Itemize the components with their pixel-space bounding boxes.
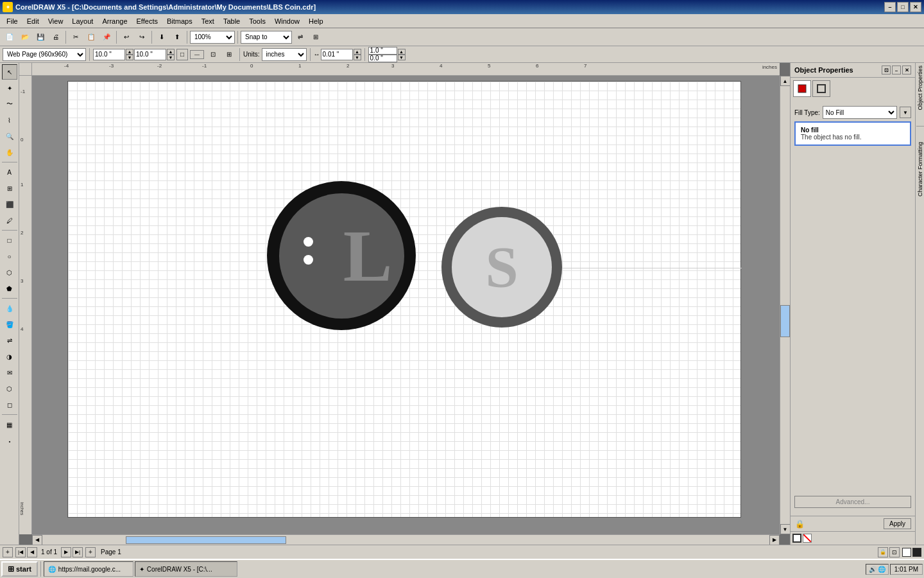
menu-effects[interactable]: Effects xyxy=(133,16,162,26)
menu-layout[interactable]: Layout xyxy=(68,16,97,26)
taskbar-item-coreldraw[interactable]: ✦ CorelDRAW X5 - [C:\... xyxy=(135,561,237,577)
paintbucket-tool[interactable]: 🪣 xyxy=(2,317,17,332)
close-button[interactable]: ✕ xyxy=(910,2,921,12)
basic-shapes-tool[interactable]: ⬟ xyxy=(2,281,17,296)
polygon-tool[interactable]: ⬡ xyxy=(2,265,17,280)
export-button[interactable]: ⬆ xyxy=(170,30,184,44)
scrollbar-v-thumb[interactable] xyxy=(780,305,790,337)
canvas-page[interactable]: L S xyxy=(67,81,741,518)
canvas-white[interactable]: L S xyxy=(32,76,780,534)
menu-bitmaps[interactable]: Bitmaps xyxy=(163,16,196,26)
dim-up[interactable]: ▲ xyxy=(398,49,406,55)
zoom-lock-btn[interactable]: 🔒 xyxy=(878,547,888,557)
side-tab-obj-props[interactable]: Object Properties xyxy=(917,66,923,110)
height-input[interactable] xyxy=(134,49,166,60)
scroll-right-btn[interactable]: ▶ xyxy=(769,535,780,545)
save-button[interactable]: 💾 xyxy=(33,30,47,44)
copy-button[interactable]: 📋 xyxy=(84,30,98,44)
nudge-input[interactable] xyxy=(321,49,353,60)
smartdraw-tool[interactable]: ⌇ xyxy=(2,112,17,128)
units-select[interactable]: inches cm mm xyxy=(262,48,307,61)
menu-file[interactable]: File xyxy=(3,16,22,26)
menu-edit[interactable]: Edit xyxy=(23,16,43,26)
snap-select[interactable]: Snap to xyxy=(241,31,292,44)
menu-view[interactable]: View xyxy=(44,16,67,26)
snap-btn1[interactable]: ⇌ xyxy=(293,30,307,44)
dim-down[interactable]: ▼ xyxy=(398,55,406,60)
apply-button[interactable]: Apply xyxy=(884,518,911,529)
width-input[interactable] xyxy=(93,49,125,60)
scroll-up-btn[interactable]: ▲ xyxy=(780,76,791,86)
page-controls[interactable]: |◀ ◀ 1 of 1 ▶ ▶| xyxy=(15,547,83,557)
envelope-tool[interactable]: ✉ xyxy=(2,365,17,380)
fill-options-btn[interactable]: ▼ xyxy=(900,107,911,118)
redo-button[interactable]: ↪ xyxy=(135,30,149,44)
width-down[interactable]: ▼ xyxy=(126,55,133,60)
menu-text[interactable]: Text xyxy=(198,16,218,26)
stroke-indicator[interactable] xyxy=(912,548,921,557)
fill-tab[interactable] xyxy=(793,80,811,97)
page-size-select[interactable]: Web Page (960x960) xyxy=(3,48,86,61)
rectangle-tool[interactable]: □ xyxy=(2,232,17,248)
scroll-left-btn[interactable]: ◀ xyxy=(32,535,42,545)
panel-pin-button[interactable]: ⊡ xyxy=(882,66,891,74)
taskbar-item-browser[interactable]: 🌐 https://mail.google.c... xyxy=(44,561,133,577)
maximize-button[interactable]: □ xyxy=(897,2,909,12)
height-down[interactable]: ▼ xyxy=(167,55,175,60)
open-button[interactable]: 📂 xyxy=(18,30,32,44)
dimension-tool[interactable]: ⬛ xyxy=(2,197,17,212)
prev-page-btn[interactable]: ◀ xyxy=(27,547,37,557)
shadow-tool[interactable]: ◑ xyxy=(2,349,17,364)
zoom-indicator[interactable]: 🔒 ⊡ xyxy=(878,547,900,557)
fill-indicator[interactable] xyxy=(902,548,911,557)
print-button[interactable]: 🖨 xyxy=(49,30,63,44)
new-button[interactable]: 📄 xyxy=(3,30,17,44)
blend-tool[interactable]: ⇌ xyxy=(2,333,17,348)
lock-icon[interactable]: 🔒 xyxy=(794,519,805,529)
fill-type-select[interactable]: No Fill Solid Linear Gradient xyxy=(823,106,897,119)
coin-dark[interactable]: L xyxy=(267,181,416,330)
import-button[interactable]: ⬇ xyxy=(155,30,169,44)
object-properties-side-tab[interactable]: Object Properties Character Formatting xyxy=(915,63,924,545)
panel-close-button[interactable]: ✕ xyxy=(902,66,911,74)
outline-tab[interactable] xyxy=(812,80,830,97)
zoom-tool[interactable]: 🔍 xyxy=(2,128,17,144)
cut-button[interactable]: ✂ xyxy=(69,30,83,44)
start-button[interactable]: ⊞ start xyxy=(1,561,38,577)
connector-tool[interactable]: 🖊 xyxy=(2,213,17,228)
shape-tool[interactable]: ✦ xyxy=(2,80,17,96)
freehand-tool[interactable]: 〜 xyxy=(2,96,17,112)
scrollbar-horizontal[interactable]: ◀ ▶ xyxy=(32,534,780,545)
smart-fill-tool[interactable]: ⬩ xyxy=(2,433,17,448)
last-page-btn[interactable]: ▶| xyxy=(73,547,83,557)
title-bar-buttons[interactable]: – □ ✕ xyxy=(884,2,921,12)
menu-arrange[interactable]: Arrange xyxy=(98,16,131,26)
interactive-fill-tool[interactable]: ▦ xyxy=(2,417,17,432)
menu-help[interactable]: Help xyxy=(305,16,327,26)
page-layout-btn2[interactable]: ⊞ xyxy=(222,48,236,62)
portrait-button[interactable]: □ xyxy=(176,49,188,60)
dim-h-input[interactable] xyxy=(368,55,397,62)
width-up[interactable]: ▲ xyxy=(126,49,133,55)
paste-button[interactable]: 📌 xyxy=(99,30,114,44)
ellipse-tool[interactable]: ○ xyxy=(2,249,17,264)
transparency-tool[interactable]: ◻ xyxy=(2,397,17,412)
extrude-tool[interactable]: ⬡ xyxy=(2,381,17,396)
side-tab-char-format[interactable]: Character Formatting xyxy=(917,142,923,197)
page-layout-btn[interactable]: ⊡ xyxy=(206,48,220,62)
menu-table[interactable]: Table xyxy=(219,16,244,26)
add-page-btn2[interactable]: + xyxy=(85,547,96,557)
nudge-down[interactable]: ▼ xyxy=(354,55,361,60)
eyedropper-tool[interactable]: 💧 xyxy=(2,301,17,316)
no-fill-swatch[interactable] xyxy=(803,534,812,543)
fill-color-swatch[interactable] xyxy=(792,534,801,543)
advanced-button[interactable]: Advanced... xyxy=(794,496,911,508)
height-up[interactable]: ▲ xyxy=(167,49,175,55)
panel-header-buttons[interactable]: ⊡ – ✕ xyxy=(882,66,911,74)
table-tool[interactable]: ⊞ xyxy=(2,180,17,196)
select-tool[interactable]: ↖ xyxy=(2,64,17,80)
panel-minimize-button[interactable]: – xyxy=(892,66,901,74)
menu-window[interactable]: Window xyxy=(271,16,304,26)
zoom-fit-btn[interactable]: ⊡ xyxy=(889,547,900,557)
landscape-button[interactable]: — xyxy=(190,50,204,59)
